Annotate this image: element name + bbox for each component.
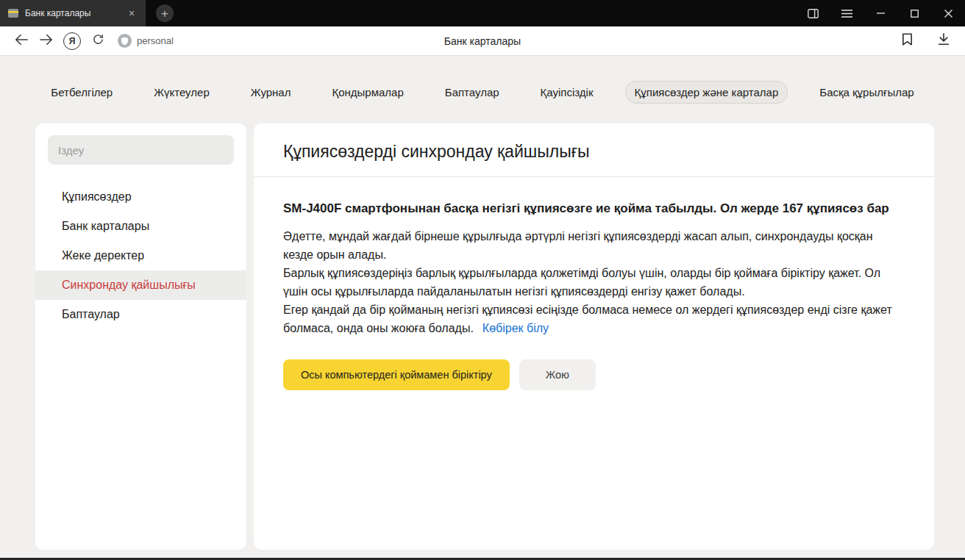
- toolbar-right-group: [894, 29, 956, 54]
- nav-tab-extensions[interactable]: Қондырмалар: [322, 81, 413, 104]
- maximize-icon: [911, 10, 919, 18]
- settings-nav-tabs: Бетбелгілер Жүктеулер Журнал Қондырмалар…: [0, 81, 965, 103]
- delete-storage-button[interactable]: Жою: [519, 359, 596, 390]
- new-tab-button[interactable]: +: [156, 4, 174, 22]
- browser-tab[interactable]: Банк карталары ×: [0, 0, 146, 26]
- downloads-button[interactable]: [931, 29, 956, 54]
- bookmark-icon: [902, 33, 913, 49]
- nav-tab-history[interactable]: Журнал: [241, 81, 301, 104]
- merge-storage-button[interactable]: Осы компьютердегі қоймамен біріктіру: [283, 359, 510, 390]
- forward-button[interactable]: [34, 29, 59, 54]
- cards-row: Құпиясөздер Банк карталары Жеке деректер…: [0, 103, 965, 550]
- protect-shield-icon: [118, 34, 132, 48]
- back-button[interactable]: [9, 29, 34, 54]
- plus-icon: +: [161, 7, 168, 20]
- hamburger-menu-icon: [841, 10, 852, 18]
- sidebar-item-settings[interactable]: Баптаулар: [35, 300, 246, 329]
- browser-window: Банк карталары × +: [0, 0, 965, 560]
- search-input[interactable]: [48, 135, 234, 165]
- download-icon: [938, 33, 950, 49]
- nav-tab-bookmarks[interactable]: Бетбелгілер: [41, 81, 122, 104]
- sidebar-menu: Құпиясөздер Банк карталары Жеке деректер…: [35, 182, 246, 329]
- titlebar: Банк карталары × +: [0, 0, 965, 26]
- panel-title: Құпиясөздерді синхрондау қайшылығы: [283, 142, 905, 162]
- yandex-logo-icon: Я: [69, 36, 76, 46]
- sidebar-item-bank-cards[interactable]: Банк карталары: [35, 212, 246, 241]
- conflict-paragraph-2: Барлық құпиясөздеріңіз барлық құрылғылар…: [283, 264, 905, 301]
- back-arrow-icon: [15, 34, 28, 49]
- tab-favicon-icon: [7, 7, 19, 19]
- nav-tab-other-devices[interactable]: Басқа құрылғылар: [810, 81, 923, 104]
- nav-tab-security[interactable]: Қауіпсіздік: [531, 81, 603, 104]
- refresh-button[interactable]: [85, 29, 110, 54]
- close-window-button[interactable]: [931, 0, 965, 26]
- refresh-icon: [92, 33, 104, 49]
- panel-header: Құпиясөздерді синхрондау қайшылығы: [254, 123, 934, 176]
- panel-body: SM-J400F смартфонынан басқа негізгі құпи…: [254, 177, 934, 390]
- conflict-paragraph-3-text: Егер қандай да бір қойманың негізгі құпи…: [283, 304, 892, 334]
- action-buttons: Осы компьютердегі қоймамен біріктіру Жою: [283, 359, 905, 390]
- conflict-heading: SM-J400F смартфонынан басқа негізгі құпи…: [283, 198, 905, 218]
- learn-more-link[interactable]: Көбірек білу: [482, 322, 549, 334]
- close-window-icon: [944, 10, 952, 18]
- tab-close-icon[interactable]: ×: [125, 7, 138, 20]
- protect-profile-label: personal: [137, 35, 174, 46]
- passwords-sidebar: Құпиясөздер Банк карталары Жеке деректер…: [35, 123, 246, 550]
- bookmark-button[interactable]: [894, 29, 919, 54]
- nav-tab-downloads[interactable]: Жүктеулер: [144, 81, 219, 104]
- conflict-paragraph-1: Әдетте, мұндай жағдай бірнеше құрылғыда …: [283, 227, 905, 264]
- forward-arrow-icon: [40, 34, 53, 49]
- minimize-icon: [877, 12, 885, 14]
- side-panel-button[interactable]: [796, 0, 830, 26]
- settings-page: Бетбелгілер Жүктеулер Журнал Қондырмалар…: [0, 56, 965, 558]
- side-panel-icon: [808, 9, 819, 18]
- sync-conflict-panel: Құпиясөздерді синхрондау қайшылығы SM-J4…: [254, 123, 934, 550]
- nav-tab-settings[interactable]: Баптаулар: [435, 81, 509, 104]
- yandex-home-button[interactable]: Я: [63, 32, 81, 50]
- browser-toolbar: Я personal Банк карталары: [0, 26, 965, 56]
- sidebar-item-passwords[interactable]: Құпиясөздер: [35, 182, 246, 212]
- protect-status[interactable]: personal: [118, 34, 174, 48]
- nav-tab-passwords-and-cards[interactable]: Құпиясөздер және карталар: [625, 81, 788, 104]
- sidebar-item-personal-data[interactable]: Жеке деректер: [35, 241, 246, 270]
- maximize-button[interactable]: [897, 0, 931, 26]
- tab-title: Банк карталары: [25, 8, 119, 18]
- menu-button[interactable]: [830, 0, 863, 26]
- minimize-button[interactable]: [863, 0, 897, 26]
- sidebar-item-sync-conflict[interactable]: Синхрондау қайшылығы: [35, 270, 246, 300]
- conflict-paragraph-3: Егер қандай да бір қойманың негізгі құпи…: [283, 301, 905, 337]
